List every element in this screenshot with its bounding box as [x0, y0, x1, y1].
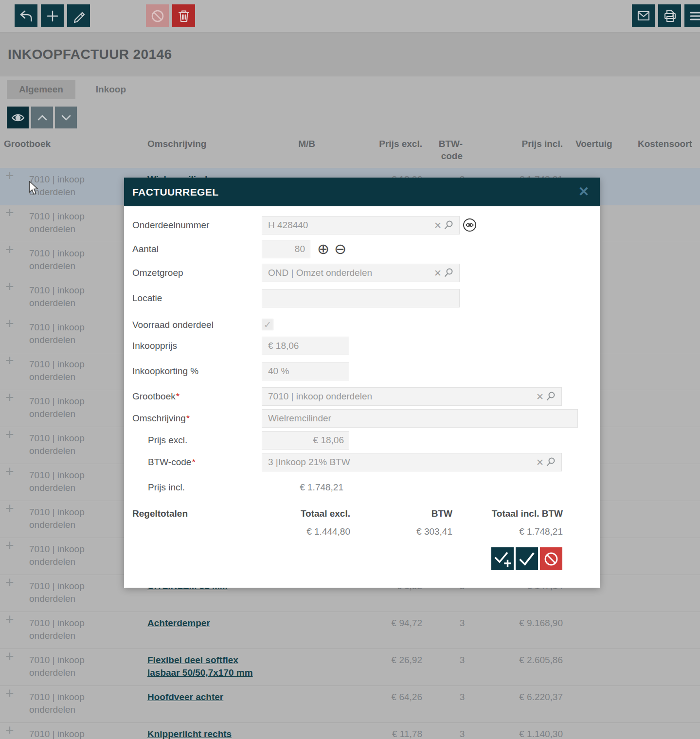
move-down-button[interactable]	[55, 107, 77, 128]
expand-row-icon[interactable]: +	[5, 613, 14, 626]
expand-row-icon[interactable]: +	[5, 243, 14, 256]
undo-button[interactable]	[15, 4, 37, 27]
expand-row-icon[interactable]: +	[5, 169, 14, 182]
delete-button[interactable]	[172, 4, 195, 27]
add-button[interactable]	[41, 4, 64, 27]
printer-icon	[662, 8, 678, 24]
expand-row-icon[interactable]: +	[5, 206, 14, 219]
expand-row-icon[interactable]: +	[5, 354, 14, 367]
cancel-ban-icon	[543, 551, 559, 567]
clear-icon[interactable]: ✕	[536, 457, 544, 468]
omschrijving-input[interactable]: Wielremcilinder	[262, 409, 578, 428]
aantal-label: Aantal	[132, 240, 159, 258]
btw-header: BTW	[396, 508, 452, 520]
edit-button[interactable]	[67, 4, 90, 27]
onderdeelnummer-input[interactable]: H 428440 ✕	[262, 216, 460, 234]
grootboek-cell: 7010 | inkoop onderdelen	[29, 543, 107, 568]
tab-inkoop[interactable]: Inkoop	[84, 80, 138, 99]
move-up-button[interactable]	[31, 107, 53, 128]
table-row[interactable]: + 7010 | inkoop onderdelen Flexibel deel…	[0, 649, 700, 685]
inkoopkorting-label: Inkoopkorting %	[132, 362, 198, 380]
page-title: INKOOPFACTUUR 20146	[0, 33, 700, 62]
clear-icon[interactable]: ✕	[434, 220, 442, 231]
column-header-voertuig: Voertuig	[575, 138, 612, 150]
expand-row-icon[interactable]: +	[5, 317, 14, 330]
btw-code-input[interactable]: 3 |Inkoop 21% BTW ✕	[262, 453, 562, 471]
expand-row-icon[interactable]: +	[5, 539, 14, 552]
btw-value: € 303,41	[396, 526, 452, 538]
inkoopkorting-input[interactable]: 40 %	[262, 362, 349, 380]
omschrijving-label: Omschrijving*	[132, 409, 190, 428]
expand-row-icon[interactable]: +	[5, 280, 14, 293]
table-row[interactable]: + 7010 | inkoop onderdelen Hoofdveer ach…	[0, 685, 700, 722]
prijs-incl-value: € 1.748,21	[262, 482, 343, 493]
btw-code-cell: 3	[450, 617, 474, 630]
expand-row-icon[interactable]: +	[5, 650, 14, 663]
eye-icon	[11, 112, 25, 124]
omschrijving-link[interactable]: Hoofdveer achter	[147, 691, 264, 703]
preview-part-button[interactable]	[462, 217, 477, 233]
increment-icon[interactable]: ⊕	[317, 240, 329, 258]
factuurregel-modal: FACTUURREGEL ✕ Onderdeelnummer H 428440 …	[124, 178, 600, 588]
voorraad-checkbox[interactable]: ✓	[262, 319, 273, 330]
grootboek-cell: 7010 | inkoop onderdelen	[29, 617, 107, 642]
grootboek-cell: 7010 | inkoop onderdelen	[29, 506, 107, 531]
prijs-excl-input[interactable]: € 18,06	[262, 431, 349, 450]
totaal-excl-header: Totaal excl.	[262, 508, 350, 520]
clear-icon[interactable]: ✕	[434, 268, 442, 279]
decrement-icon[interactable]: ⊖	[334, 240, 346, 258]
mail-button[interactable]	[632, 4, 655, 27]
pencil-icon	[71, 8, 87, 24]
tab-algemeen[interactable]: Algemeen	[7, 80, 75, 99]
expand-row-icon[interactable]: +	[5, 428, 14, 441]
close-icon: ✕	[578, 184, 590, 199]
omzetgroep-label: Omzetgroep	[132, 264, 183, 282]
grootboek-cell: 7010 | inkoop onderdelen	[29, 358, 107, 383]
expand-row-icon[interactable]: +	[5, 502, 14, 515]
search-icon[interactable]	[545, 391, 556, 402]
expand-row-icon[interactable]: +	[5, 576, 14, 589]
omschrijving-link[interactable]: Achterdemper	[147, 617, 264, 630]
inkoopprijs-input[interactable]: € 18,06	[262, 337, 349, 355]
save-button[interactable]	[516, 547, 538, 570]
grootboek-cell: 7010 | inkoop onderdelen	[29, 321, 107, 346]
omschrijving-link[interactable]: Flexibel deel softflex lasbaar 50/50,7x1…	[147, 654, 264, 679]
deactivate-button[interactable]	[146, 4, 169, 27]
expand-row-icon[interactable]: +	[5, 391, 14, 404]
expand-row-icon[interactable]: +	[5, 465, 14, 478]
grootboek-cell: 7010 | inkoop onderdelen	[29, 210, 107, 235]
grootboek-input[interactable]: 7010 | inkoop onderdelen ✕	[262, 387, 562, 406]
table-row[interactable]: + 7010 | inkoop onderdelen Knipperlicht …	[0, 722, 700, 739]
close-button[interactable]: ✕	[576, 184, 591, 199]
expand-row-icon[interactable]: +	[5, 687, 14, 700]
grootboek-cell: 7010 | inkoop onderdelen	[29, 580, 107, 605]
omschrijving-link[interactable]: Knipperlicht rechts	[147, 728, 264, 739]
top-toolbar	[0, 0, 700, 33]
print-button[interactable]	[658, 4, 681, 27]
view-button[interactable]	[7, 107, 29, 128]
totaal-incl-header: Totaal incl. BTW	[473, 508, 563, 520]
chevron-down-icon	[60, 114, 72, 122]
grootboek-cell: 7010 | inkoop onderdelen	[29, 395, 107, 420]
grootboek-cell: 7010 | inkoop onderdelen	[29, 432, 107, 457]
column-header-kostensoort: Kostensoort	[638, 138, 692, 150]
grootboek-cell: 7010 | inkoop onderdelen	[29, 173, 107, 198]
clear-icon[interactable]: ✕	[536, 391, 544, 402]
expand-row-icon[interactable]: +	[5, 724, 14, 737]
locatie-input[interactable]	[262, 289, 460, 307]
btw-code-cell: 3	[450, 654, 474, 667]
btw-code-cell: 3	[450, 691, 474, 703]
cancel-button[interactable]	[540, 547, 562, 570]
grootboek-cell: 7010 | inkoop onderdelen	[29, 728, 107, 739]
search-icon[interactable]	[443, 267, 454, 279]
save-and-new-button[interactable]	[491, 547, 514, 570]
column-header-prijs-incl: Prijs incl.	[502, 138, 563, 150]
search-icon[interactable]	[443, 219, 454, 231]
title-band: INKOOPFACTUUR 20146	[0, 33, 700, 76]
aantal-input[interactable]: 80	[262, 240, 310, 258]
table-row[interactable]: + 7010 | inkoop onderdelen Achterdemper …	[0, 612, 700, 649]
search-icon[interactable]	[545, 456, 556, 468]
omzetgroep-input[interactable]: OND | Omzet onderdelen ✕	[262, 264, 460, 282]
menu-button[interactable]	[684, 4, 700, 27]
eye-circle-icon	[462, 217, 477, 233]
